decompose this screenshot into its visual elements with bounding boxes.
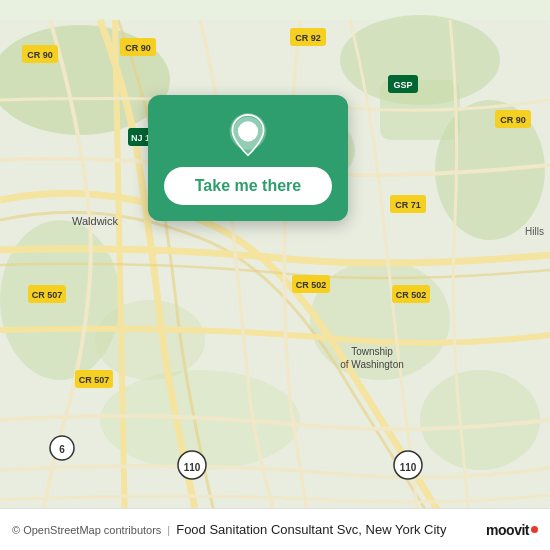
attribution-text: © OpenStreetMap contributors — [12, 524, 161, 536]
svg-text:of Washington: of Washington — [340, 359, 404, 370]
svg-point-10 — [420, 370, 540, 470]
map-background: CR 90 CR 90 CR 92 GSP CR 90 NJ 17 CR 73 … — [0, 0, 550, 550]
svg-text:CR 502: CR 502 — [396, 290, 427, 300]
svg-text:GSP: GSP — [393, 80, 412, 90]
location-card: Take me there — [148, 95, 348, 221]
svg-text:CR 71: CR 71 — [395, 200, 421, 210]
svg-text:Hills: Hills — [525, 226, 544, 237]
moovit-dot-icon — [531, 526, 538, 533]
svg-text:110: 110 — [184, 462, 201, 473]
map-container: CR 90 CR 90 CR 92 GSP CR 90 NJ 17 CR 73 … — [0, 0, 550, 550]
svg-text:CR 507: CR 507 — [79, 375, 110, 385]
svg-text:6: 6 — [59, 444, 65, 455]
svg-text:CR 90: CR 90 — [500, 115, 526, 125]
take-me-there-button[interactable]: Take me there — [164, 167, 332, 205]
svg-point-47 — [243, 125, 254, 136]
svg-text:CR 90: CR 90 — [27, 50, 53, 60]
location-pin-icon — [226, 113, 270, 157]
svg-text:110: 110 — [400, 462, 417, 473]
svg-text:Township: Township — [351, 346, 393, 357]
svg-text:CR 92: CR 92 — [295, 33, 321, 43]
moovit-branding: moovit — [486, 522, 538, 538]
svg-point-9 — [95, 300, 205, 380]
moovit-text: moovit — [486, 522, 529, 538]
svg-text:CR 502: CR 502 — [296, 280, 327, 290]
bottom-bar: © OpenStreetMap contributors | Food Sani… — [0, 508, 550, 550]
place-name-label: Food Sanitation Consultant Svc, New York… — [176, 522, 446, 537]
svg-text:Waldwick: Waldwick — [72, 215, 119, 227]
svg-text:CR 507: CR 507 — [32, 290, 63, 300]
separator: | — [167, 524, 170, 536]
svg-text:CR 90: CR 90 — [125, 43, 151, 53]
